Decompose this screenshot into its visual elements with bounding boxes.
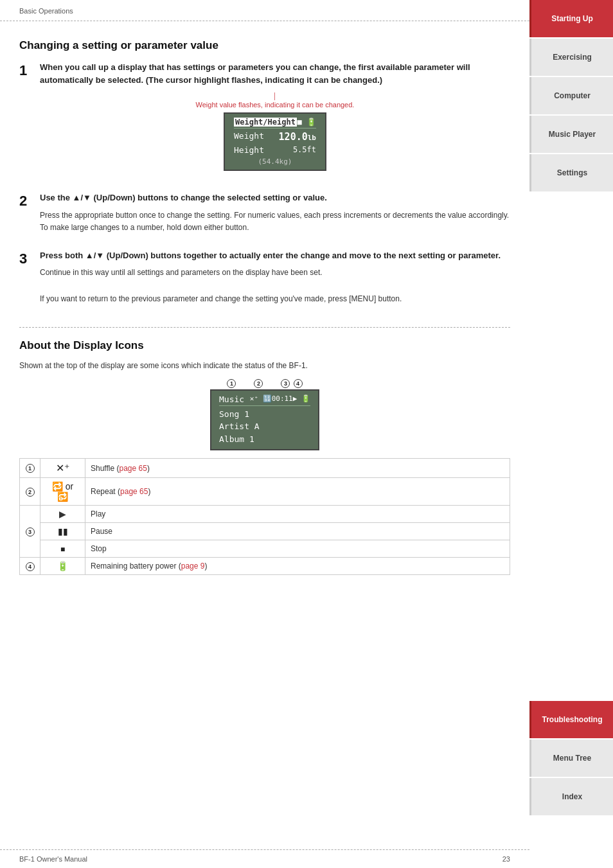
display-music-icons: ✕⁺ 🔢00:11▶ 🔋 bbox=[250, 394, 310, 404]
table-icon-repeat: 🔁 or 🔂 bbox=[40, 478, 85, 506]
shuffle-link[interactable]: page 65 bbox=[119, 464, 147, 473]
display-artist: Artist A bbox=[219, 420, 310, 433]
footer-right: 23 bbox=[502, 855, 510, 863]
step-3-number: 3 bbox=[19, 249, 33, 309]
display-weight-label: Weight bbox=[234, 131, 264, 143]
display-music-label: Music bbox=[219, 394, 244, 404]
stop-icon: ■ bbox=[60, 545, 65, 554]
table-icon-battery: 🔋 bbox=[40, 558, 85, 575]
table-row-repeat: 2 🔁 or 🔂 Repeat (page 65) bbox=[20, 478, 510, 506]
step-2-content: Use the ▲/▼ (Up/Down) buttons to change … bbox=[40, 191, 510, 238]
top-bar-title: Basic Operations bbox=[19, 7, 73, 15]
step-2-number: 2 bbox=[19, 191, 33, 238]
play-icon: ▶ bbox=[59, 509, 66, 519]
repeat-icon: 🔁 or 🔂 bbox=[52, 481, 73, 502]
table-row-pause: ▮▮ Pause bbox=[20, 523, 510, 540]
table-icon-pause: ▮▮ bbox=[40, 523, 85, 540]
main-content: Changing a setting or parameter value 1 … bbox=[19, 33, 510, 575]
table-row-shuffle: 1 ✕⁺ Shuffle (page 65) bbox=[20, 459, 510, 478]
icons-display-container: 1 2 3 4 Music ✕⁺ 🔢00:11▶ 🔋 Song 1 Artist… bbox=[19, 379, 510, 451]
circle-2: 2 bbox=[254, 379, 263, 388]
display-song-rows: Song 1 Artist A Album 1 bbox=[219, 408, 310, 446]
num-label-34: 3 4 bbox=[281, 379, 302, 388]
step-3-sub1: Continue in this way until all settings … bbox=[40, 267, 510, 279]
step-3: 3 Press both ▲/▼ (Up/Down) buttons toget… bbox=[19, 249, 510, 309]
battery-link[interactable]: page 9 bbox=[181, 562, 205, 571]
sidebar-item-troubleshooting[interactable]: Troubleshooting bbox=[529, 701, 613, 738]
table-num-1: 1 bbox=[20, 459, 40, 478]
repeat-link[interactable]: page 65 bbox=[120, 487, 148, 496]
display-row1: Weight/Height ■ 🔋 bbox=[234, 118, 316, 128]
table-desc-shuffle: Shuffle (page 65) bbox=[85, 459, 510, 478]
table-num-2: 2 bbox=[20, 478, 40, 506]
table-row-battery: 4 🔋 Remaining battery power (page 9) bbox=[20, 558, 510, 575]
battery-icon: 🔋 bbox=[57, 561, 68, 571]
table-icon-stop: ■ bbox=[40, 540, 85, 558]
sidebar: Starting Up Exercising Computer Music Pl… bbox=[529, 0, 613, 868]
display-row2: Weight 120.0lb bbox=[234, 130, 316, 144]
display-mockup-1: │ Weight value flashes, indicating it ca… bbox=[40, 93, 510, 171]
table-num-3: 3 bbox=[20, 506, 40, 558]
sidebar-item-music-player[interactable]: Music Player bbox=[529, 116, 613, 153]
sidebar-item-index[interactable]: Index bbox=[529, 778, 613, 815]
icons-table: 1 ✕⁺ Shuffle (page 65) 2 🔁 or 🔂 Repea bbox=[19, 458, 510, 575]
table-icon-play: ▶ bbox=[40, 506, 85, 523]
circle-3: 3 bbox=[281, 379, 290, 388]
table-desc-repeat: Repeat (page 65) bbox=[85, 478, 510, 506]
step-1-main: When you call up a display that has sett… bbox=[40, 61, 510, 86]
sidebar-item-settings[interactable]: Settings bbox=[529, 154, 613, 191]
sidebar-item-starting-up[interactable]: Starting Up bbox=[529, 0, 613, 37]
table-icon-shuffle: ✕⁺ bbox=[40, 459, 85, 478]
step-3-main: Press both ▲/▼ (Up/Down) buttons togethe… bbox=[40, 249, 510, 262]
step-1-content: When you call up a display that has sett… bbox=[40, 61, 510, 180]
display-height-label: Height bbox=[234, 145, 264, 155]
circle-4: 4 bbox=[294, 379, 303, 388]
sidebar-item-computer[interactable]: Computer bbox=[529, 77, 613, 114]
footer-left: BF-1 Owner's Manual bbox=[19, 855, 87, 863]
section-divider bbox=[19, 327, 510, 328]
table-row-stop: ■ Stop bbox=[20, 540, 510, 558]
step-2-main: Use the ▲/▼ (Up/Down) buttons to change … bbox=[40, 191, 510, 204]
display-caption-text: Weight value flashes, indicating it can … bbox=[40, 101, 510, 109]
display-music-row: Music ✕⁺ 🔢00:11▶ 🔋 bbox=[219, 394, 310, 406]
section1-title: Changing a setting or parameter value bbox=[19, 39, 510, 52]
table-num-4: 4 bbox=[20, 558, 40, 575]
pause-icon: ▮▮ bbox=[58, 526, 68, 536]
display-weight-value: 120.0lb bbox=[279, 131, 316, 143]
display-row1-label: Weight/Height bbox=[234, 118, 297, 127]
table-desc-battery: Remaining battery power (page 9) bbox=[85, 558, 510, 575]
shuffle-icon: ✕⁺ bbox=[56, 463, 69, 474]
step-3-content: Press both ▲/▼ (Up/Down) buttons togethe… bbox=[40, 249, 510, 309]
sidebar-bottom: Troubleshooting Menu Tree Index bbox=[529, 701, 613, 817]
display-row1-indicator: ■ 🔋 bbox=[298, 118, 316, 127]
display-height-value: 5.5ft bbox=[293, 145, 316, 155]
footer: BF-1 Owner's Manual 23 bbox=[0, 849, 529, 868]
display-song: Song 1 bbox=[219, 408, 310, 421]
display-row4: (54.4kg) bbox=[234, 156, 316, 166]
num-label-1: 1 bbox=[227, 379, 236, 388]
step-2: 2 Use the ▲/▼ (Up/Down) buttons to chang… bbox=[19, 191, 510, 238]
table-desc-pause: Pause bbox=[85, 523, 510, 540]
sidebar-item-exercising[interactable]: Exercising bbox=[529, 39, 613, 76]
step-2-sub: Press the appropriate button once to cha… bbox=[40, 209, 510, 234]
section2-title: About the Display Icons bbox=[19, 339, 510, 352]
display-album: Album 1 bbox=[219, 433, 310, 446]
sidebar-item-menu-tree[interactable]: Menu Tree bbox=[529, 740, 613, 777]
table-desc-play: Play bbox=[85, 506, 510, 523]
section2-intro: Shown at the top of the display are some… bbox=[19, 361, 510, 370]
display-caption: │ bbox=[40, 93, 510, 100]
table-desc-stop: Stop bbox=[85, 540, 510, 558]
table-row-play: 3 ▶ Play bbox=[20, 506, 510, 523]
num-annotations: 1 2 3 4 bbox=[19, 379, 510, 388]
display-sub-value: (54.4kg) bbox=[258, 157, 292, 166]
step-3-sub2: If you want to return to the previous pa… bbox=[40, 293, 510, 305]
top-bar: Basic Operations ↔ ♫ bbox=[0, 0, 613, 21]
step-1: 1 When you call up a display that has se… bbox=[19, 61, 510, 180]
icons-display-box: Music ✕⁺ 🔢00:11▶ 🔋 Song 1 Artist A Album… bbox=[210, 389, 319, 451]
display-row3: Height 5.5ft bbox=[234, 144, 316, 156]
num-label-2: 2 bbox=[254, 379, 263, 388]
step-1-number: 1 bbox=[19, 61, 33, 180]
circle-1: 1 bbox=[227, 379, 236, 388]
display-box-1: Weight/Height ■ 🔋 Weight 120.0lb Height … bbox=[224, 112, 326, 171]
